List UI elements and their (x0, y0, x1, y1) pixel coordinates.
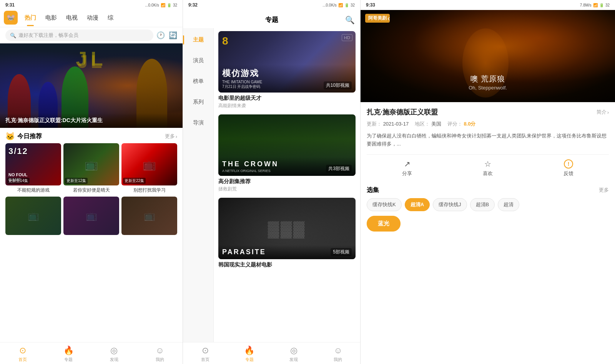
bottom-nav-topic[interactable]: 🔥 专题 (46, 346, 91, 362)
time-1: 9:31 (5, 2, 15, 8)
like-btn[interactable]: ☆ 喜欢 (447, 159, 528, 177)
card-grid-2: 📺 📺 📺 (0, 194, 183, 235)
tab-anime[interactable]: 动漫 (83, 13, 102, 23)
card-grid-1: 3/12 NO FOULGAME 更新至14集 不能犯规的游戏 📺 更新至12集… (0, 143, 183, 194)
subtitle-en: Oh, Steppenwolf. (361, 85, 615, 91)
sidebar-item-actor[interactable]: 演员 (183, 50, 213, 71)
video-player[interactable]: 阿哥美剧 ‹ 噢 荒原狼 Oh, Steppenwolf. (361, 10, 615, 102)
card-3[interactable]: 📺 更新至22集 别想打扰我学习 (121, 143, 177, 194)
feedback-btn[interactable]: ! 反馈 (528, 159, 609, 177)
bottom-nav-discover[interactable]: ◎ 发现 (91, 346, 137, 362)
chevron-right-icon: › (607, 109, 609, 115)
quality-options: 缓存快线K 超清A 缓存快线J 超清B 超清 (367, 198, 609, 211)
card-6[interactable]: 📺 (121, 197, 177, 235)
content-card-1[interactable]: 8 HD 模仿游戏 THE IMITATION GAME 7月21日 开启战争密… (218, 31, 356, 109)
card-title-3: 别想打扰我学习 (121, 187, 177, 194)
card-thumb-1: 3/12 NO FOULGAME 更新至14集 (5, 143, 61, 185)
home-icon: ⊙ (19, 346, 26, 356)
quality-options-bluray: 蓝光 (367, 216, 609, 232)
sidebar-item-director[interactable]: 导演 (183, 113, 213, 133)
sidebar-item-series[interactable]: 系列 (183, 92, 213, 113)
card-title-1: 不能犯规的游戏 (5, 187, 61, 194)
bottom-nav-profile[interactable]: ☺ 我的 (137, 346, 183, 362)
card-thumb-2: 📺 更新至12集 (63, 143, 119, 185)
today-more[interactable]: 更多 › (165, 133, 177, 140)
quality-hd[interactable]: 超清 (498, 198, 519, 211)
quality-cache-k[interactable]: 缓存快线K (367, 198, 402, 211)
feedback-icon: ! (564, 159, 573, 169)
card-5[interactable]: 📺 (63, 197, 119, 235)
quality-hd-b[interactable]: 超清B (470, 198, 495, 211)
show-desc: 为了确保超人没有白白牺牲，蝙蝠侠和神奇女侠计划招募一支超人类团队来保护世界，这项… (367, 132, 609, 148)
card-title-2: 若你安好便是晴天 (63, 187, 119, 194)
search-placeholder: 邀好友下载注册，畅享会员 (18, 32, 78, 39)
panel-detail: 9:33 7.8M/s 📶 🔋 32 阿哥美剧 ‹ 噢 荒原狼 Oh, Step… (360, 0, 615, 364)
card-thumb-5: 📺 (63, 197, 119, 235)
card-update-1: 更新至14集 (7, 178, 30, 184)
time-3: 9:33 (366, 2, 375, 8)
quality-cache-j[interactable]: 缓存快线J (433, 198, 467, 211)
tab-tv[interactable]: 电视 (62, 13, 81, 23)
share-btn[interactable]: ↗ 分享 (367, 159, 447, 177)
share-icon: ↗ (404, 159, 411, 169)
content-info-3: 韩国现实主义题材电影 (218, 259, 356, 268)
refresh-icon[interactable]: 🔄 (169, 31, 177, 40)
panel-2-header: 专题 🔍 (183, 10, 360, 28)
status-bar-1: 9:31 ...0.0K/s 📶 🔋 32 (0, 0, 183, 10)
content-count-2: 共3部视频 (326, 165, 352, 173)
episodes-more[interactable]: 更多 (599, 187, 609, 194)
search-bar-1: 🔍 邀好友下载注册，畅享会员 🕐 🔄 (0, 27, 183, 43)
card-4[interactable]: 📺 (5, 197, 61, 235)
quality-hd-a[interactable]: 超清A (405, 198, 430, 211)
tab-movie[interactable]: 电影 (42, 13, 61, 23)
intro-btn[interactable]: 简介 › (597, 109, 609, 116)
show-detail-content: 扎克·施奈德版正义联盟 简介 › 更新： 2021-03-17 地区： 美国 评… (361, 102, 615, 364)
panel-2-body: 主题 演员 榜单 系列 导演 8 HD 模仿游戏 THE IMITATION G… (183, 28, 360, 342)
sidebar-item-ranking[interactable]: 榜单 (183, 71, 213, 92)
content-info-2: 高分剧集推荐 拯救剧荒 (218, 176, 356, 192)
content-card-2[interactable]: THE CROWN A NETFLIX ORIGINAL SERIES 共3部视… (218, 114, 356, 192)
content-card-3[interactable]: ▓▓▓ PARASITE 5部视频 韩国现实主义题材电影 (218, 198, 356, 268)
card-update-3: 更新至22集 (123, 178, 146, 184)
content-list: 8 HD 模仿游戏 THE IMITATION GAME 7月21日 开启战争密… (214, 28, 360, 342)
profile-icon: ☺ (155, 346, 164, 356)
bottom-nav-2-discover[interactable]: ◎ 发现 (272, 346, 316, 362)
nav-tabs-1: 🐭 热门 电影 电视 动漫 综 (0, 10, 183, 27)
history-icon[interactable]: 🕐 (156, 31, 165, 40)
battery-level-1: 32 (173, 3, 177, 7)
bluray-btn[interactable]: 蓝光 (367, 216, 401, 232)
card-label-1: 3/12 (8, 146, 28, 156)
card-1[interactable]: 3/12 NO FOULGAME 更新至14集 不能犯规的游戏 (5, 143, 61, 194)
panel-2-search-icon[interactable]: 🔍 (345, 15, 355, 25)
meta-score: 评分： 8.0分 (447, 121, 476, 127)
bottom-nav-2-home[interactable]: ⊙ 首页 (183, 346, 227, 362)
battery-icon: 🔋 (167, 3, 171, 7)
star-icon: ☆ (484, 159, 491, 169)
sidebar-item-theme[interactable]: 主题 (183, 30, 213, 50)
status-icons-3: 7.8M/s 📶 🔋 32 (580, 3, 610, 7)
bottom-nav-2: ⊙ 首页 🔥 专题 ◎ 发现 ☺ 我的 (183, 342, 360, 364)
search-icon: 🔍 (10, 33, 16, 38)
tab-variety[interactable]: 综 (104, 13, 117, 23)
show-title-row: 扎克·施奈德版正义联盟 简介 › (367, 108, 609, 117)
tab-hot[interactable]: 热门 (21, 13, 40, 23)
episodes-title: 选集 (367, 186, 379, 194)
video-back-btn[interactable]: ‹ (387, 14, 390, 23)
status-icons-1: ...0.0K/s 📶 🔋 32 (145, 3, 177, 7)
bottom-nav-home[interactable]: ⊙ 首页 (0, 346, 46, 362)
show-title: 扎克·施奈德版正义联盟 (367, 108, 438, 117)
content-thumb-1: 8 HD 模仿游戏 THE IMITATION GAME 7月21日 开启战争密… (218, 31, 356, 93)
hero-banner[interactable]: JL 扎克·施奈德版正义联盟:DC大片浴火重生 (0, 43, 183, 128)
bottom-nav-2-topic[interactable]: 🔥 专题 (227, 346, 271, 362)
battery-icon-2: 🔋 (344, 3, 349, 7)
today-section-header: 🐱 今日推荐 更多 › (0, 128, 183, 143)
content-count-3: 5部视频 (331, 248, 352, 256)
battery-icon-3: 🔋 (599, 3, 604, 7)
hero-title: 扎克·施奈德版正义联盟:DC大片浴火重生 (5, 117, 103, 123)
content-thumb-2: THE CROWN A NETFLIX ORIGINAL SERIES 共3部视… (218, 114, 356, 176)
card-2[interactable]: 📺 更新至12集 若你安好便是晴天 (63, 143, 119, 194)
search-input-wrap[interactable]: 🔍 邀好友下载注册，畅享会员 (5, 30, 153, 41)
bottom-nav-2-profile[interactable]: ☺ 我的 (316, 346, 360, 362)
card-thumb-3: 📺 更新至22集 (121, 143, 177, 185)
status-bar-3: 9:33 7.8M/s 📶 🔋 32 (361, 0, 615, 10)
